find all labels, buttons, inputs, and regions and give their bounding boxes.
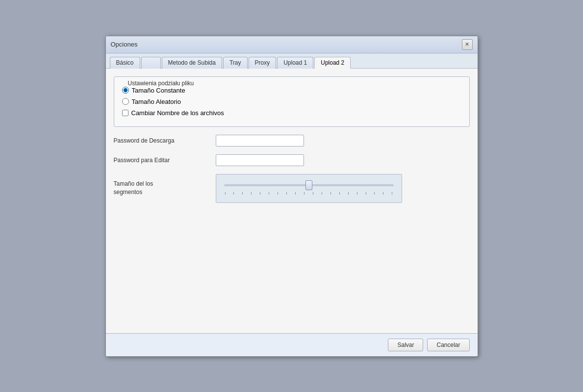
size-radio-group: Tamaño Constante Tamaño Aleatorio — [122, 87, 461, 105]
tab-basico[interactable]: Básico — [110, 57, 140, 69]
content-area: Ustawienia podziału pliku Tamaño Constan… — [106, 69, 478, 333]
tick-17 — [366, 192, 366, 195]
password-edit-input[interactable] — [216, 154, 304, 166]
tick-2 — [233, 192, 234, 195]
tick-6 — [269, 192, 269, 195]
close-button[interactable]: ✕ — [462, 39, 473, 50]
password-edit-row: Password para Editar — [114, 154, 470, 166]
checkbox-rename-label: Cambiar Nombre de los archivos — [131, 109, 224, 117]
tick-3 — [242, 192, 243, 195]
fieldset-legend: Ustawienia podziału pliku — [126, 80, 461, 87]
password-download-input[interactable] — [216, 135, 304, 147]
tick-8 — [286, 192, 287, 195]
tick-15 — [348, 192, 349, 195]
slider-ticks — [224, 192, 394, 195]
checkbox-rename-item[interactable]: Cambiar Nombre de los archivos — [122, 109, 461, 117]
radio-constant[interactable] — [122, 87, 129, 94]
tick-18 — [374, 192, 375, 195]
cancel-button[interactable]: Cancelar — [427, 339, 469, 351]
tick-19 — [383, 192, 383, 195]
window-title: Opciones — [111, 41, 138, 48]
password-download-row: Password de Descarga — [114, 135, 470, 147]
tick-16 — [357, 192, 357, 195]
tick-10 — [304, 192, 304, 195]
tick-1 — [225, 192, 226, 195]
tick-11 — [313, 192, 313, 195]
radio-constant-item[interactable]: Tamaño Constante — [122, 87, 461, 94]
radio-random-label: Tamaño Aleatorio — [132, 98, 181, 105]
file-split-group: Ustawienia podziału pliku Tamaño Constan… — [114, 76, 470, 127]
tick-13 — [330, 192, 331, 195]
slider-row: Tamaño del los segmentos — [114, 174, 470, 203]
tab-bar: Básico Metodo de Subida Tray Proxy Uploa… — [106, 53, 478, 69]
tab-blank[interactable] — [141, 57, 161, 69]
radio-random[interactable] — [122, 98, 129, 105]
tick-9 — [295, 192, 296, 195]
slider-container — [216, 174, 402, 203]
tab-upload2[interactable]: Upload 2 — [314, 57, 351, 69]
bottom-bar: Salvar Cancelar — [106, 333, 478, 356]
tab-metodo[interactable]: Metodo de Subida — [162, 57, 222, 69]
tick-12 — [322, 192, 322, 195]
tick-20 — [392, 192, 392, 195]
tick-7 — [278, 192, 278, 195]
segment-size-slider[interactable] — [224, 184, 394, 186]
title-bar: Opciones ✕ — [106, 36, 478, 53]
tick-14 — [339, 192, 340, 195]
radio-constant-label: Tamaño Constante — [132, 87, 185, 94]
password-edit-label: Password para Editar — [114, 157, 212, 164]
tab-proxy[interactable]: Proxy — [249, 57, 277, 69]
tick-5 — [260, 192, 260, 195]
tick-4 — [251, 192, 252, 195]
slider-label: Tamaño del los segmentos — [114, 180, 212, 196]
password-download-label: Password de Descarga — [114, 137, 212, 144]
checkbox-rename[interactable] — [122, 110, 128, 116]
tab-tray[interactable]: Tray — [223, 57, 248, 69]
save-button[interactable]: Salvar — [388, 339, 423, 351]
slider-track — [224, 180, 394, 190]
main-window: Opciones ✕ Básico Metodo de Subida Tray … — [105, 36, 478, 357]
tab-upload1[interactable]: Upload 1 — [277, 57, 313, 69]
radio-random-item[interactable]: Tamaño Aleatorio — [122, 98, 461, 105]
